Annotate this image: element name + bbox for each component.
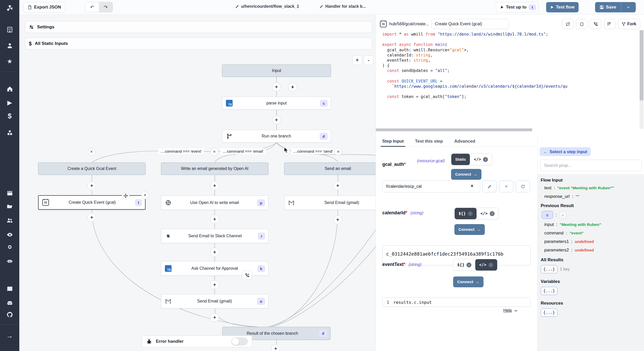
add-step-button[interactable]: + xyxy=(210,313,219,322)
help-link[interactable]: Help xyxy=(503,308,518,313)
expand-sidebar-arrow-icon[interactable]: → xyxy=(0,331,19,341)
variables-expand-button[interactable]: {...} xyxy=(541,287,557,295)
node-create-quick-event-selected[interactable]: 31 Create Quick Event (gcal) t xyxy=(38,195,146,210)
add-step-button[interactable]: + xyxy=(210,280,219,289)
box-button[interactable] xyxy=(576,19,587,29)
edit-resource-button[interactable] xyxy=(482,181,497,192)
branch-condition-event[interactable]: ....command === 'event' xyxy=(158,148,204,154)
info-icon[interactable]: i xyxy=(490,211,495,216)
tab-test-this-step[interactable]: Test this step xyxy=(415,136,443,146)
all-static-inputs-bar[interactable]: $ All Static Inputs xyxy=(25,38,372,50)
settings-gear-icon[interactable] xyxy=(0,242,19,253)
flow-path-breadcrumb[interactable]: u/henricourdent/flow_slack_1 xyxy=(235,4,299,9)
toggle-template[interactable]: ${}i xyxy=(453,259,475,271)
favorites-star-icon[interactable]: ★ xyxy=(0,56,19,67)
code-horizontal-scrollbar[interactable] xyxy=(376,128,532,131)
add-step-button[interactable]: + xyxy=(210,181,219,190)
add-step-button[interactable]: + xyxy=(272,83,281,91)
add-resource-button[interactable]: + xyxy=(499,181,513,192)
groups-users-icon[interactable] xyxy=(0,215,19,226)
branch-node-gcal[interactable]: Create a Quick Gcal Event xyxy=(38,162,146,175)
collapse-chip[interactable]: - xyxy=(559,211,567,219)
test-flow-button[interactable]: Test flow xyxy=(546,2,579,12)
tab-step-input[interactable]: Step Input xyxy=(382,136,404,146)
prop-row[interactable]: input: "Meeting with Ruben" xyxy=(544,222,641,227)
toggle-template[interactable]: ${}i xyxy=(455,208,477,219)
schedules-calendar-icon[interactable] xyxy=(0,188,19,198)
zoom-in-button[interactable]: + xyxy=(352,55,362,65)
suspend-phone-button[interactable] xyxy=(590,19,601,29)
clear-resource-icon[interactable]: × xyxy=(471,183,473,189)
flow-canvas[interactable]: Settings $ All Static Inputs + - Input +… xyxy=(19,15,376,351)
event-text-connect-button[interactable]: Connect→ xyxy=(453,276,484,287)
docs-book-icon[interactable] xyxy=(0,284,19,294)
resources-cubes-icon[interactable] xyxy=(0,128,19,138)
windmill-logo-icon[interactable] xyxy=(0,3,19,13)
code-vertical-scrollbar[interactable] xyxy=(640,30,643,129)
remove-branch-button[interactable]: × xyxy=(334,148,342,156)
all-results-expand-button[interactable]: {...} xyxy=(541,265,557,273)
error-handler-bar[interactable]: Error handler xyxy=(142,336,252,347)
flow-summary-breadcrumb[interactable]: Handler for slack b... xyxy=(319,4,366,9)
branch-condition-send[interactable]: ....command === 'send' xyxy=(291,148,335,154)
save-button[interactable]: Save xyxy=(595,2,621,12)
audit-eye-icon[interactable] xyxy=(0,230,19,240)
branch-node-email[interactable]: Write an email generated by Open AI xyxy=(161,162,268,175)
undo-button[interactable]: ↶ xyxy=(85,2,99,12)
prop-row[interactable]: text: "event "Meeting with Ruben"" xyxy=(544,185,641,191)
node-send-email-gmail-2[interactable]: Send Email (gmail) o xyxy=(161,294,268,308)
prop-row[interactable]: parameters1: undefined xyxy=(544,239,641,244)
redo-button[interactable]: ↷ xyxy=(99,2,113,12)
info-icon[interactable]: i xyxy=(488,263,493,267)
info-icon[interactable]: i xyxy=(467,263,471,267)
prop-row[interactable]: parameters2: undefined xyxy=(544,248,641,253)
calendar-id-connect-button[interactable]: Connect→ xyxy=(454,224,485,235)
toggle-javascript[interactable]: </>i xyxy=(470,154,492,165)
add-step-button[interactable]: + xyxy=(272,116,281,124)
node-flow-input[interactable]: Input xyxy=(222,64,331,77)
suspend-approval-phone-button[interactable] xyxy=(242,271,252,280)
workspace-icon[interactable] xyxy=(0,25,19,35)
error-handler-toggle[interactable] xyxy=(231,337,248,346)
select-step-input-button[interactable]: ← Select a step input xyxy=(540,147,591,156)
github-icon[interactable] xyxy=(0,309,19,320)
node-run-one-branch[interactable]: Run one branch d xyxy=(222,130,331,143)
sleep-flag-button[interactable] xyxy=(604,19,615,29)
node-send-email-slack[interactable]: Send Email to Slack Channel r xyxy=(161,229,268,243)
test-up-to-button[interactable]: Test up to t xyxy=(496,2,538,12)
delete-node-button[interactable]: × xyxy=(141,191,149,199)
remove-branch-button[interactable]: × xyxy=(210,148,218,156)
node-ask-channel-approval[interactable]: TS Ask Channel for Approval k xyxy=(161,261,268,276)
info-icon[interactable]: i xyxy=(483,157,488,162)
add-trigger-bolt-button[interactable] xyxy=(288,83,297,91)
runs-play-icon[interactable]: ▶ xyxy=(0,97,19,108)
branch-condition-email[interactable]: ....command === 'email' xyxy=(221,148,266,154)
add-step-button[interactable]: + xyxy=(87,213,96,222)
sync-script-button[interactable] xyxy=(562,19,573,29)
fork-button[interactable]: Fork xyxy=(618,19,640,29)
folders-icon[interactable] xyxy=(0,201,19,211)
flow-settings-bar[interactable]: Settings xyxy=(25,21,372,33)
prop-row[interactable]: response_url: "" xyxy=(544,194,641,199)
tab-advanced[interactable]: Advanced xyxy=(454,136,475,146)
step-id-chip[interactable]: c xyxy=(542,211,553,219)
discord-icon[interactable] xyxy=(0,298,19,308)
ai-robot-icon[interactable] xyxy=(0,256,19,266)
node-send-email-gmail-1[interactable]: Send Email (gmail) xyxy=(284,195,376,210)
save-dropdown-button[interactable] xyxy=(621,2,636,12)
resource-path-input[interactable] xyxy=(382,181,480,192)
toggle-javascript[interactable]: </>i xyxy=(475,259,497,271)
gcal-auth-connect-button[interactable]: Connect→ xyxy=(451,169,481,180)
resources-expand-button[interactable]: {...} xyxy=(541,308,557,317)
user-icon[interactable] xyxy=(0,40,19,51)
prop-row[interactable]: command: "event" xyxy=(544,231,641,236)
code-editor[interactable]: import * as wmill from "https://deno.lan… xyxy=(382,32,637,128)
home-icon[interactable] xyxy=(0,84,19,94)
add-step-button[interactable]: + xyxy=(87,181,96,190)
toggle-static[interactable]: Static xyxy=(451,154,470,165)
node-parse-input[interactable]: TS parse input c xyxy=(222,97,331,110)
add-step-button[interactable]: + xyxy=(333,181,342,190)
remove-branch-button[interactable]: × xyxy=(88,148,95,156)
export-json-button[interactable]: Export JSON xyxy=(23,2,65,12)
event-text-expression-editor[interactable]: 1 results.c.input xyxy=(382,298,531,307)
